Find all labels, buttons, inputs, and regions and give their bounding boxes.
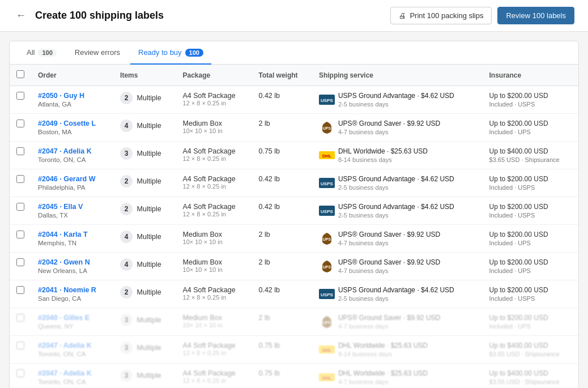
insurance-cell: Up to $200.00 USD Included · UPS — [483, 308, 578, 336]
ups-icon: UPS — [319, 261, 335, 272]
review-btn-label: Review 100 labels — [506, 11, 566, 20]
table-body: #2050 · Guy H Atlanta, GA 2 Multiple A4 … — [10, 86, 578, 389]
top-bar-left: ← Create 100 shipping labels — [14, 7, 164, 24]
dhl-icon: DHL — [319, 372, 335, 383]
items-count: 4 — [120, 120, 133, 132]
service-name: USPS Ground Advantage · $4.62 USD — [338, 203, 454, 211]
table-row: #2049 · Cosette L Boston, MA 4 Multiple … — [10, 114, 578, 142]
package-dims: 10× 10 × 10 in — [183, 238, 245, 245]
print-slips-button[interactable]: 🖨 Print 100 packing slips — [390, 7, 492, 24]
service-name: UPS® Ground Saver · $9.92 USD — [338, 120, 440, 127]
printer-icon: 🖨 — [399, 11, 406, 20]
row-checkbox[interactable] — [16, 92, 24, 100]
insurance-main: Up to $400.00 USD — [489, 369, 572, 377]
package-dims: 10× 10 × 10 in — [183, 322, 245, 329]
service-days: 4-7 business days — [338, 323, 440, 330]
order-cell: #2049 · Cosette L Boston, MA — [31, 114, 113, 142]
package-name: A4 Soft Package — [183, 92, 245, 100]
weight-cell: 0.75 lb — [252, 142, 312, 169]
weight-cell: 0.42 lb — [252, 169, 312, 197]
table-row: #2044 · Karla T Memphis, TN 4 Multiple M… — [10, 225, 578, 253]
order-id: #2042 · Gwen N — [38, 258, 106, 266]
weight-cell: 0.42 lb — [252, 280, 312, 308]
row-checkbox[interactable] — [16, 314, 24, 322]
package-dims: 12 × 8 × 0.25 in — [183, 183, 245, 190]
review-labels-button[interactable]: Review 100 labels — [497, 7, 574, 24]
table-row: #2047 · Adelia K Toronto, ON, CA 3 Multi… — [10, 364, 578, 389]
insurance-main: Up to $200.00 USD — [489, 175, 572, 183]
service-name: DHL Worldwide · $25.63 USD — [338, 342, 428, 349]
items-count: 3 — [120, 314, 133, 326]
table-row: #2050 · Guy H Atlanta, GA 2 Multiple A4 … — [10, 86, 578, 114]
service-days: 2-5 business days — [338, 295, 454, 302]
table-row: #2042 · Gwen N New Orleans, LA 4 Multipl… — [10, 253, 578, 280]
items-label: Multiple — [137, 372, 161, 380]
row-checkbox-cell — [10, 308, 31, 336]
row-checkbox[interactable] — [16, 120, 24, 127]
service-days: 4-7 business days — [338, 129, 440, 135]
insurance-sub: Included · USPS — [489, 101, 572, 108]
select-all-checkbox[interactable] — [16, 70, 24, 78]
order-city: New Orleans, LA — [38, 267, 106, 274]
order-cell: #2045 · Ella V Dallas, TX — [31, 197, 113, 225]
service-cell: UPS UPS® Ground Saver · $9.92 USD 4-7 bu… — [312, 114, 483, 142]
insurance-cell: Up to $400.00 USD $3.65 USD · Shipsuranc… — [483, 336, 578, 364]
weight-cell: 0.42 lb — [252, 197, 312, 225]
order-cell: #2041 · Noemie R San Diego, CA — [31, 280, 113, 308]
package-cell: A4 Soft Package 12 × 8 × 0.25 in — [176, 364, 252, 389]
weight-cell: 0.42 lb — [252, 86, 312, 114]
usps-icon: USPS — [319, 288, 335, 300]
insurance-sub: Included · USPS — [489, 295, 572, 302]
insurance-cell: Up to $200.00 USD Included · UPS — [483, 225, 578, 253]
row-checkbox[interactable] — [16, 231, 24, 238]
order-id: #2041 · Noemie R — [38, 286, 106, 294]
tab-ready[interactable]: Ready to buy100 — [130, 41, 211, 65]
insurance-sub: Included · USPS — [489, 184, 572, 191]
insurance-main: Up to $400.00 USD — [489, 147, 572, 155]
col-order: Order — [31, 65, 113, 86]
row-checkbox[interactable] — [16, 258, 24, 266]
insurance-cell: Up to $200.00 USD Included · USPS — [483, 86, 578, 114]
order-city: Dallas, TX — [38, 212, 106, 219]
service-days: 4-7 business days — [338, 378, 428, 385]
table-row: #2041 · Noemie R San Diego, CA 2 Multipl… — [10, 280, 578, 308]
items-cell: 4 Multiple — [113, 225, 176, 253]
package-dims: 12 × 8 × 0.25 in — [183, 100, 245, 106]
insurance-sub: Included · USPS — [489, 212, 572, 219]
package-name: A4 Soft Package — [183, 342, 245, 349]
order-id: #2047 · Adelia K — [38, 369, 106, 377]
service-name: UPS® Ground Saver · $9.92 USD — [338, 258, 440, 266]
service-cell: USPS USPS Ground Advantage · $4.62 USD 2… — [312, 169, 483, 197]
dhl-icon: DHL — [319, 344, 335, 355]
service-name: UPS® Ground Saver · $9.92 USD — [338, 231, 440, 238]
row-checkbox[interactable] — [16, 175, 24, 183]
order-city: San Diego, CA — [38, 295, 106, 302]
tab-review[interactable]: Review errors — [67, 41, 128, 65]
row-checkbox-cell — [10, 114, 31, 142]
row-checkbox[interactable] — [16, 203, 24, 211]
package-name: Medium Box — [183, 231, 245, 238]
insurance-cell: Up to $400.00 USD $3.65 USD · Shipsuranc… — [483, 142, 578, 169]
row-checkbox[interactable] — [16, 147, 24, 155]
orders-table: Order Items Package Total weight Shippin… — [10, 65, 578, 388]
table-row: #2047 · Adelia K Toronto, ON, CA 3 Multi… — [10, 142, 578, 169]
svg-text:UPS: UPS — [323, 265, 331, 269]
col-items: Items — [113, 65, 176, 86]
service-cell: DHL DHL Worldwide · $25.63 USD 8-14 busi… — [312, 336, 483, 364]
svg-text:USPS: USPS — [321, 209, 333, 214]
items-label: Multiple — [137, 233, 161, 241]
insurance-cell: Up to $200.00 USD Included · UPS — [483, 114, 578, 142]
insurance-sub: $3.65 USD · Shipsurance — [489, 156, 572, 163]
items-cell: 2 Multiple — [113, 86, 176, 114]
ups-icon: UPS — [319, 122, 335, 133]
back-button[interactable]: ← — [14, 7, 28, 24]
order-cell: #2046 · Gerard W Philadelphia, PA — [31, 169, 113, 197]
row-checkbox[interactable] — [16, 342, 24, 349]
row-checkbox[interactable] — [16, 286, 24, 294]
row-checkbox[interactable] — [16, 369, 24, 377]
svg-text:UPS: UPS — [323, 237, 331, 241]
insurance-main: Up to $200.00 USD — [489, 92, 572, 100]
tab-all[interactable]: All100 — [19, 41, 65, 65]
insurance-cell: Up to $200.00 USD Included · USPS — [483, 280, 578, 308]
package-dims: 10× 10 × 10 in — [183, 266, 245, 273]
